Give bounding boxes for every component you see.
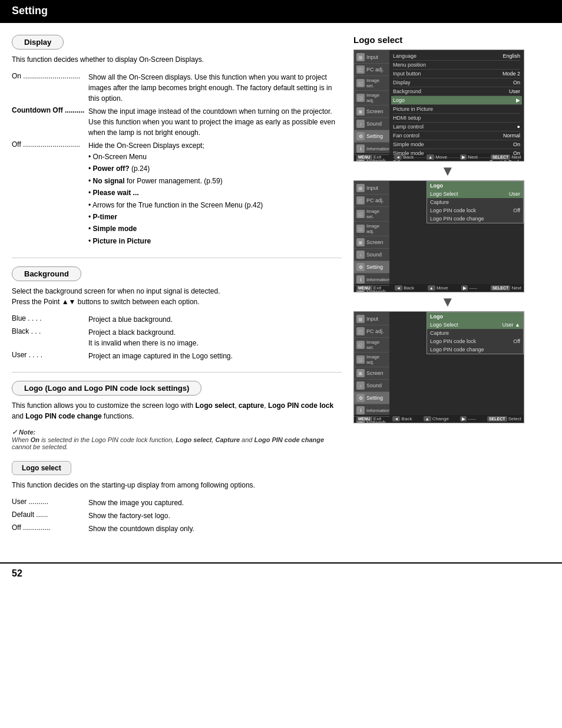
s3-logo-capture-row: Capture	[427, 329, 523, 337]
s3-pcadjust: ◰ PC adj.	[354, 325, 389, 338]
logo-popup-3: Logo Logo Select User ▲ Capture	[427, 312, 524, 354]
back-btn: ◄	[394, 154, 402, 160]
sidebar-info: ℹ Information	[354, 143, 389, 155]
menu-lamp: Lamp control ●	[393, 123, 520, 131]
logo-select-desc: This function decides on the starting-up…	[12, 480, 342, 490]
s2-next-btn: ▶	[461, 285, 468, 291]
option-countdown-off: Countdown Off .......... Show the input …	[12, 106, 342, 138]
page-title: Setting	[12, 5, 48, 17]
logo-select-section: Logo select This function decides on the…	[12, 461, 342, 534]
arrow-down-2: ▼	[353, 295, 542, 309]
menu-position: Menu position	[393, 61, 520, 70]
s2-screen-icon: ▣	[356, 238, 365, 246]
s2-setting: ⚙ Setting	[354, 261, 389, 274]
option-on: On ............................. Show al…	[12, 72, 342, 104]
option-countdown-desc: Show the input image instead of the coun…	[88, 106, 342, 138]
logo-pin-lock-row: Logo PIN code lock Off	[427, 206, 523, 215]
s3-imgadjust: ◲ Image adj.	[354, 353, 389, 367]
logo-user-label: User ..........	[12, 498, 88, 508]
s3-input: ▦ Input	[354, 313, 389, 325]
bg-option-user: User . . . . Project an image captured i…	[12, 351, 342, 361]
imgselect-icon: ◱	[356, 79, 365, 87]
s2-move-btn: ▲	[428, 285, 435, 291]
bullet-pip: Picture in Picture	[88, 235, 342, 247]
left-column: Display This function decides whether to…	[12, 35, 342, 545]
logo-popup-header-3: Logo	[427, 312, 523, 321]
bullet-power-off: Power off? (p.24)	[88, 163, 342, 174]
right-column: Logo select ▦ Input ◰ PC adj.	[353, 35, 542, 545]
imgadjust-icon: ◲	[356, 94, 365, 102]
s3-select-btn: SELECT	[487, 416, 507, 421]
s3-info: ℹ Information	[354, 404, 389, 417]
page-footer: 52	[0, 562, 562, 584]
sidebar-input: ▦ Input	[354, 51, 389, 64]
next-btn: ▶	[460, 154, 467, 160]
s2-input: ▦ Input	[354, 182, 389, 195]
s3-pcadjust-icon: ◰	[356, 327, 365, 335]
sidebar-imgadjust: ◲ Image adj.	[354, 91, 389, 106]
arrow-down-1: ▼	[353, 164, 542, 178]
s3-sound: ♪ Sound	[354, 380, 389, 392]
ui-main-1: Language English Menu position Input but…	[389, 50, 524, 153]
input-icon: ▦	[356, 53, 365, 61]
logo-off-desc: Show the countdown display only.	[88, 523, 342, 534]
option-countdown-label: Countdown Off ..........	[12, 106, 88, 138]
s2-select-btn: SELECT	[491, 285, 511, 291]
bg-user-desc: Project an image captured in the Logo se…	[88, 351, 342, 361]
menu-background: Background User	[393, 87, 520, 96]
sidebar-pcadjust: ◰ PC adj.	[354, 64, 389, 76]
right-panel-title: Logo select	[353, 35, 542, 45]
s3-change-btn: ▲	[424, 416, 431, 421]
s3-logo-select-row: Logo Select User ▲	[427, 321, 523, 329]
logo-off-option: Off .............. Show the countdown di…	[12, 523, 342, 534]
menu-hdmi: HDMI setup	[393, 114, 520, 123]
logo-section-desc: This function allows you to customize th…	[12, 400, 342, 421]
logo-select-label: Logo select	[12, 461, 71, 475]
pcadjust-icon: ◰	[356, 65, 365, 74]
select-btn: SELECT	[491, 154, 511, 160]
ui-screen-2: ▦ Input ◰ PC adj. ◱ Image sel.	[353, 180, 524, 292]
logo-user-option: User .......... Show the image you captu…	[12, 498, 342, 508]
menu-logo: Logo ▶	[391, 96, 522, 105]
logo-pin-change-row: Logo PIN code change	[427, 215, 523, 223]
menu-simple1: Simple mode On	[393, 140, 520, 149]
s3-info-icon: ℹ	[356, 406, 365, 414]
ui-sidebar-3: ▦ Input ◰ PC adj. ◱ Image sel.	[354, 312, 389, 415]
logo-off-label: Off ..............	[12, 523, 88, 534]
logo-default-label: Default ......	[12, 510, 88, 521]
option-on-desc: Show all the On-Screen displays. Use thi…	[88, 72, 342, 104]
logo-default-option: Default ...... Show the factory-set logo…	[12, 510, 342, 521]
s2-imgselect-icon: ◱	[356, 210, 365, 218]
setting-icon: ⚙	[356, 132, 365, 140]
ui-main-2: Logo Logo Select User Capture	[389, 181, 524, 284]
display-section-desc: This function decides whether to display…	[12, 54, 342, 65]
bullet-arrows: Arrows for the True function in the Scre…	[88, 199, 342, 211]
move-btn: ▲	[427, 154, 434, 160]
logo-default-desc: Show the factory-set logo.	[88, 510, 342, 521]
sidebar-sound: ♪ Sound	[354, 118, 389, 130]
bg-option-black: Black . . . Project a black background. …	[12, 327, 342, 348]
sidebar-setting: ⚙ Setting	[354, 130, 389, 143]
sound-icon: ♪	[356, 120, 365, 128]
s3-next-btn: ▶	[460, 416, 467, 421]
ui-screen-2-container: ▦ Input ◰ PC adj. ◱ Image sel.	[353, 180, 524, 292]
bg-blue-desc: Project a blue background.	[88, 314, 342, 325]
s3-sound-icon: ♪	[356, 381, 365, 390]
bullet-please-wait: Please wait ...	[88, 187, 342, 199]
bg-black-label: Black . . .	[12, 327, 88, 348]
screen-icon: ▣	[356, 107, 365, 116]
s3-imgselect-icon: ◱	[356, 341, 365, 349]
ui-screen-1: ▦ Input ◰ PC adj. ◱ Image sel. ◲	[353, 50, 524, 162]
s3-input-icon: ▦	[356, 315, 365, 323]
s3-imgselect: ◱ Image sel.	[354, 338, 389, 353]
info-icon: ℹ	[356, 144, 365, 153]
menu-display: Display On	[393, 78, 520, 87]
s2-setting-icon: ⚙	[356, 263, 365, 271]
logo-note: ✓ Note: When On is selected in the Logo …	[12, 429, 342, 450]
s2-pcadjust-icon: ◰	[356, 196, 365, 205]
sidebar-imgselect: ◱ Image sel.	[354, 76, 389, 91]
ui-screen-3: ▦ Input ◰ PC adj. ◱ Image sel.	[353, 311, 524, 423]
logo-section: Logo (Logo and Logo PIN code lock settin…	[12, 381, 342, 450]
s3-screen-icon: ▣	[356, 369, 365, 377]
sidebar-screen: ▣ Screen	[354, 106, 389, 118]
